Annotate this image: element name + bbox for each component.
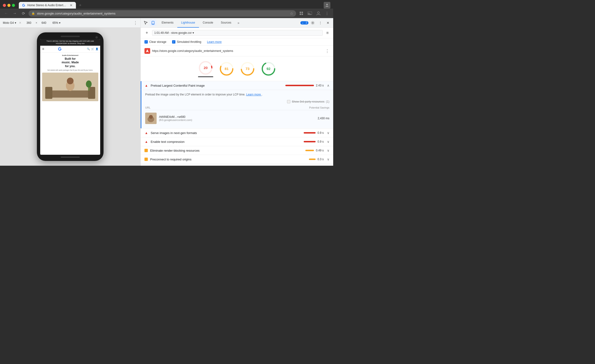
- throttling-label: Simulated throttling: [177, 40, 201, 43]
- audit-next-gen-formats: ▲ Serve images in next-gen formats 0.9 s…: [141, 128, 333, 137]
- phone-cart-icon: 🛒: [91, 48, 94, 50]
- phone-mockup: There's still time. Get free two-day shi…: [37, 32, 104, 161]
- audit-expand-icon-5: ∨: [327, 157, 329, 161]
- new-tab-button[interactable]: +: [77, 2, 84, 8]
- dimension-separator: ×: [19, 21, 21, 25]
- score-circle-seo: 92: [261, 61, 276, 76]
- phone-hero-image: [42, 73, 98, 101]
- device-name: Moto G4: [3, 21, 14, 25]
- audit-preload-lcp-header[interactable]: ▲ Preload Largest Contentful Paint image…: [141, 81, 333, 90]
- throttling-option[interactable]: ✓ Simulated throttling: [172, 40, 201, 43]
- phone-screen: There's still time. Get free two-day shi…: [40, 39, 100, 155]
- audit-preconnect-bar: 0.3 s: [309, 157, 324, 161]
- audit-expand-icon-2: ∨: [327, 131, 329, 135]
- cast-icon[interactable]: [306, 10, 313, 17]
- lighthouse-report-more-button[interactable]: ⋮: [325, 48, 329, 54]
- device-toggle-button[interactable]: [150, 20, 156, 26]
- active-tab[interactable]: Home Stereo & Audio Entertain... ✕: [19, 2, 76, 8]
- omnibox-right-icons: ⋮: [298, 10, 330, 17]
- clear-storage-checkbox[interactable]: ✓: [144, 40, 148, 43]
- inspect-element-button[interactable]: [142, 20, 149, 26]
- show-3rd-party-checkbox[interactable]: [287, 100, 290, 103]
- hamburger-icon: ☰: [42, 48, 44, 50]
- back-button[interactable]: ←: [3, 10, 9, 17]
- gear-icon: [311, 21, 315, 25]
- score-best-practices[interactable]: 73: [240, 61, 255, 76]
- dimension-x: ×: [35, 21, 37, 25]
- lighthouse-add-button[interactable]: +: [143, 29, 150, 36]
- profile-button[interactable]: [315, 10, 322, 17]
- tab-title: Home Stereo & Audio Entertain...: [27, 4, 67, 7]
- audit-render-blocking-header[interactable]: Eliminate render-blocking resources 0.49…: [141, 146, 333, 155]
- maximize-traffic-light[interactable]: [12, 4, 15, 7]
- width-input[interactable]: 360: [24, 21, 34, 25]
- score-accessibility[interactable]: 81: [219, 61, 234, 76]
- zoom-selector[interactable]: 65% ▾: [52, 21, 60, 25]
- lighthouse-header: + 1:01:49 AM - store.google.cor ▾: [141, 28, 333, 38]
- address-bar[interactable]: 🔒 store.google.com/category/audio_entert…: [28, 10, 296, 17]
- mobile-preview-panel: Moto G4 ▾ × 360 × 640 65% ▾ ⋮: [0, 18, 141, 166]
- devtools-tabs: Elements Lighthouse Console Sources »: [158, 18, 300, 28]
- audit-text-compression-header[interactable]: ▲ Enable text compression 0.9 s ∨: [141, 137, 333, 146]
- audit-preconnect-header[interactable]: Preconnect to required origins 0.3 s ∨: [141, 155, 333, 164]
- score-seo[interactable]: 92: [261, 61, 276, 76]
- tab-lighthouse[interactable]: Lighthouse: [177, 18, 199, 28]
- throttling-learn-more-link[interactable]: Learn more: [207, 40, 222, 43]
- audit-preload-table: URL Potential Savings: [141, 105, 333, 128]
- mobile-viewport: There's still time. Get free two-day shi…: [0, 28, 141, 166]
- clear-storage-option[interactable]: ✓ Clear storage: [144, 40, 166, 43]
- tab-sources[interactable]: Sources: [217, 18, 235, 28]
- google-logo: [57, 47, 62, 51]
- browser-window: Home Stereo & Audio Entertain... ✕ + ← →…: [0, 0, 333, 166]
- profile-icon[interactable]: [324, 2, 330, 8]
- bookmark-icon[interactable]: ☆: [290, 11, 293, 16]
- score-circle-accessibility: 81: [219, 61, 234, 76]
- issues-badge[interactable]: i 2: [300, 21, 308, 25]
- lighthouse-audit-list: ▲ Preload Largest Contentful Paint image…: [141, 81, 333, 164]
- audit-next-gen-header[interactable]: ▲ Serve images in next-gen formats 0.9 s…: [141, 128, 333, 137]
- audit-preload-lcp-title: Preload Largest Contentful Paint image: [151, 84, 283, 87]
- device-chevron-icon: ▾: [15, 21, 16, 25]
- devtools-more-button[interactable]: ⋮: [317, 20, 324, 26]
- audit-learn-more-link[interactable]: Learn more: [246, 93, 262, 96]
- settings-button[interactable]: [309, 20, 316, 26]
- audit-warning-icon: ▲: [144, 84, 148, 87]
- minimize-traffic-light[interactable]: [7, 4, 10, 7]
- height-input[interactable]: 640: [39, 21, 49, 25]
- device-toolbar-more-button[interactable]: ⋮: [133, 20, 138, 25]
- lighthouse-url-selector[interactable]: 1:01:49 AM - store.google.cor ▾: [152, 30, 323, 36]
- audit-bar-red-2: [304, 132, 316, 134]
- lighthouse-clear-button[interactable]: [325, 30, 330, 36]
- close-traffic-light[interactable]: [3, 4, 6, 7]
- svg-point-7: [318, 12, 319, 14]
- audit-warning-icon-3: ▲: [144, 140, 148, 143]
- svg-point-16: [86, 80, 92, 88]
- tab-console[interactable]: Console: [199, 18, 217, 28]
- reload-button[interactable]: ⟳: [20, 10, 27, 17]
- audit-preload-lcp-bar: 2.43 s: [285, 84, 324, 87]
- tab-elements[interactable]: Elements: [158, 18, 177, 28]
- score-circle-best-practices: 73: [240, 61, 255, 76]
- phone-nav-bar: ☰ 🔍 🛒 👤: [40, 46, 100, 53]
- url-selector-text: 1:01:49 AM - store.google.cor ▾: [154, 31, 194, 35]
- score-underline-performance: [198, 76, 213, 77]
- throttling-checkbox[interactable]: ✓: [172, 40, 175, 43]
- audit-bar-orange-1: [305, 150, 314, 151]
- clear-storage-label: Clear storage: [149, 40, 166, 43]
- devtools-right-tools: i 2 ⋮ ✕: [300, 20, 331, 26]
- audit-collapse-icon: ∧: [327, 84, 329, 87]
- forward-button[interactable]: →: [11, 10, 18, 17]
- audit-expand-icon-4: ∨: [327, 149, 329, 152]
- more-tabs-button[interactable]: »: [235, 20, 242, 26]
- tab-end-area: [84, 2, 330, 8]
- score-performance[interactable]: 20: [198, 60, 213, 77]
- issues-icon: i: [302, 21, 305, 24]
- devtools-close-button[interactable]: ✕: [325, 20, 331, 26]
- chrome-menu-button[interactable]: ⋮: [324, 10, 330, 17]
- tab-close-button[interactable]: ✕: [69, 3, 73, 7]
- device-selector[interactable]: Moto G4 ▾: [3, 21, 16, 25]
- tab-favicon: [22, 3, 25, 7]
- audit-warning-icon-2: ▲: [144, 131, 148, 135]
- extensions-icon[interactable]: [298, 10, 305, 17]
- audit-warning-icon-4: [144, 149, 148, 152]
